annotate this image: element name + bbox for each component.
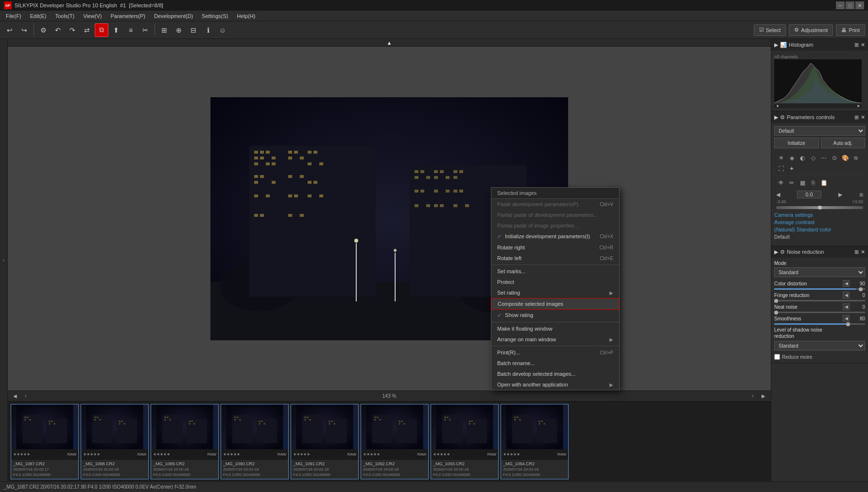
ctx-show-rating[interactable]: ✓ Show rating bbox=[491, 310, 619, 321]
ctx-arrange[interactable]: Arrange on main window ▶ bbox=[491, 334, 619, 345]
compare-button[interactable]: ⊞ bbox=[157, 23, 171, 37]
close-button[interactable]: ✕ bbox=[855, 1, 864, 9]
color-dist-slider[interactable] bbox=[774, 288, 865, 290]
ctx-rotate-right[interactable]: Rotate right Ctrl+R bbox=[491, 242, 619, 253]
ctx-set-marks[interactable]: Set marks... bbox=[491, 266, 619, 277]
menu-item-file[interactable]: File(F) bbox=[2, 12, 25, 20]
face-button[interactable]: ☺ bbox=[216, 23, 229, 37]
ctx-init-dev[interactable]: ✓ Initialize development parameters(I) C… bbox=[491, 231, 619, 242]
noise-expand-btn[interactable]: ⊞ bbox=[854, 249, 859, 255]
exposure-increase-btn[interactable]: ▶ bbox=[838, 192, 842, 198]
wb-icon[interactable]: ◈ bbox=[787, 153, 797, 163]
parameters-close-btn[interactable]: ✕ bbox=[861, 114, 865, 121]
smoothness-slider[interactable] bbox=[774, 323, 865, 325]
tone-icon[interactable]: ◐ bbox=[798, 153, 807, 163]
auto-adjust-button[interactable]: Auto adj. bbox=[821, 138, 866, 148]
ctx-open-other[interactable]: Open with another application ▶ bbox=[491, 379, 619, 390]
noise-close-btn[interactable]: ✕ bbox=[861, 249, 865, 255]
export-button[interactable]: ⬆ bbox=[109, 23, 123, 37]
ctx-floating[interactable]: Make it floating window bbox=[491, 323, 619, 334]
histogram-close-btn[interactable]: ✕ bbox=[861, 42, 865, 48]
menu-item-edit[interactable]: Edit(E) bbox=[26, 12, 51, 20]
standard-color-link[interactable]: (Natural) Standard color bbox=[774, 227, 831, 232]
ctx-composite[interactable]: Composite selected images bbox=[491, 298, 619, 310]
adjustment-button[interactable]: ⚙ Adjustment bbox=[789, 24, 833, 36]
crop-button[interactable]: ✂ bbox=[139, 23, 152, 37]
exposure-icon[interactable]: ☀ bbox=[776, 153, 786, 163]
develop-button[interactable]: ⚙ bbox=[36, 23, 50, 37]
flip-button[interactable]: ⇄ bbox=[80, 23, 94, 37]
top-panel-toggle[interactable]: ▲ bbox=[8, 39, 771, 47]
smoothness-decrease[interactable]: ◀ bbox=[843, 315, 850, 322]
histogram-header[interactable]: ▶ 📊 Histogram ⊞ ✕ bbox=[771, 39, 868, 51]
reduce-moire-checkbox[interactable] bbox=[774, 354, 780, 360]
color-icon[interactable]: 🎨 bbox=[840, 153, 850, 163]
next-image-button[interactable]: ▶ bbox=[759, 392, 768, 401]
fringe-decrease[interactable]: ◀ bbox=[843, 292, 850, 299]
minimize-button[interactable]: ─ bbox=[836, 1, 845, 9]
exposure-decrease-btn[interactable]: ◀ bbox=[776, 192, 780, 198]
info-button[interactable]: ℹ bbox=[201, 23, 215, 37]
menu-item-help[interactable]: Help(H) bbox=[233, 12, 260, 20]
maximize-button[interactable]: □ bbox=[846, 1, 854, 9]
undo-button[interactable]: ↩ bbox=[3, 23, 17, 37]
fringe-thumb[interactable] bbox=[774, 299, 778, 303]
select-button[interactable]: ☑ Select bbox=[754, 24, 786, 36]
left-panel-toggle[interactable]: ‹ bbox=[0, 39, 8, 481]
fringe-slider[interactable] bbox=[774, 300, 865, 301]
histogram-slider-thumb-left[interactable] bbox=[777, 105, 779, 107]
film-item[interactable]: ★★★★★ RAW _MG_1090.CR2 2020/07/16 20:02:… bbox=[221, 404, 289, 479]
exposure-expand-btn[interactable]: ⊞ bbox=[859, 192, 863, 197]
color-dist-thumb[interactable] bbox=[859, 287, 863, 291]
redo-button[interactable]: ↪ bbox=[17, 23, 31, 37]
film-item[interactable]: ★★★★★ RAW _MG_1087.CR2 2020/07/16 20:02:… bbox=[11, 404, 79, 479]
smoothness-thumb[interactable] bbox=[846, 322, 850, 326]
noise-mode-dropdown[interactable]: Standard bbox=[774, 267, 865, 277]
histogram-expand-btn[interactable]: ⊞ bbox=[854, 42, 859, 48]
menu-item-development[interactable]: Development(D) bbox=[150, 12, 197, 20]
menu-item-settings[interactable]: Settings(S) bbox=[198, 12, 232, 20]
histogram-slider-thumb-right[interactable] bbox=[857, 105, 859, 107]
ctx-rotate-left[interactable]: Rotate left Ctrl+E bbox=[491, 253, 619, 264]
ctx-paste-dev[interactable]: Paste development parameters(P) Ctrl+V bbox=[491, 199, 619, 210]
noise-icon[interactable]: ⋯ bbox=[819, 153, 829, 163]
ctx-print[interactable]: Print(R)... Ctrl+P bbox=[491, 347, 619, 358]
film-item[interactable]: ★★★★★ RAW _MG_1088.CR2 2020/07/16 20:02:… bbox=[81, 404, 149, 479]
scroll-left-button[interactable]: ‹ bbox=[21, 392, 30, 401]
exposure-slider[interactable] bbox=[776, 206, 863, 209]
menu-item-tools[interactable]: Tools(T) bbox=[51, 12, 78, 20]
gradient-icon[interactable]: ▦ bbox=[798, 178, 807, 188]
ctx-set-rating[interactable]: Set rating ▶ bbox=[491, 287, 619, 298]
film-item[interactable]: ★★★★★ RAW _MG_1091.CR2 2020/07/16 20:02:… bbox=[291, 404, 359, 479]
batch-button[interactable]: ≡ bbox=[124, 23, 138, 37]
color-dist-decrease[interactable]: ◀ bbox=[843, 280, 850, 287]
rotate-right-button[interactable]: ↷ bbox=[66, 23, 79, 37]
camera-settings-link[interactable]: Camera settings bbox=[774, 212, 813, 218]
histogram-slider[interactable] bbox=[774, 104, 862, 108]
prev-image-button[interactable]: ◀ bbox=[11, 392, 19, 401]
initialize-button[interactable]: Initialize bbox=[774, 138, 819, 148]
copy-icon[interactable]: ⎘ bbox=[808, 178, 818, 188]
scroll-right-button[interactable]: › bbox=[748, 392, 757, 401]
loupe-button[interactable]: ⊕ bbox=[172, 23, 186, 37]
spot-icon[interactable]: ✦ bbox=[787, 164, 797, 174]
composite-button[interactable]: ⧉ bbox=[95, 23, 108, 37]
ctx-protect[interactable]: Protect bbox=[491, 277, 619, 287]
neat-noise-thumb[interactable] bbox=[774, 311, 778, 315]
neat-noise-slider[interactable] bbox=[774, 312, 865, 313]
crop-icon[interactable]: ⛶ bbox=[776, 164, 786, 174]
preset-dropdown[interactable]: Default bbox=[774, 126, 865, 136]
ctx-batch-develop[interactable]: Batch develop selected images... bbox=[491, 369, 619, 379]
film-item[interactable]: ★★★★★ RAW _MG_1093.CR2 2020/07/16 20:02:… bbox=[431, 404, 499, 479]
rotate-left-button[interactable]: ↶ bbox=[51, 23, 65, 37]
menu-item-view[interactable]: View(V) bbox=[79, 12, 105, 20]
paste-icon[interactable]: 📋 bbox=[819, 178, 829, 188]
film-item[interactable]: ★★★★★ RAW _MG_1092.CR2 2020/07/16 20:02:… bbox=[361, 404, 429, 479]
detail-icon[interactable]: ≋ bbox=[851, 153, 861, 163]
shadow-dropdown[interactable]: Standard bbox=[774, 341, 865, 351]
parameters-expand-btn[interactable]: ⊞ bbox=[854, 114, 859, 121]
menu-item-parameters[interactable]: Parameters(P) bbox=[106, 12, 149, 20]
film-item[interactable]: ★★★★★ RAW _MG_1089.CR2 2020/07/16 20:02:… bbox=[151, 404, 219, 479]
print-button[interactable]: 🖶 Print bbox=[836, 24, 865, 36]
eye-icon[interactable]: 👁 bbox=[776, 178, 786, 188]
